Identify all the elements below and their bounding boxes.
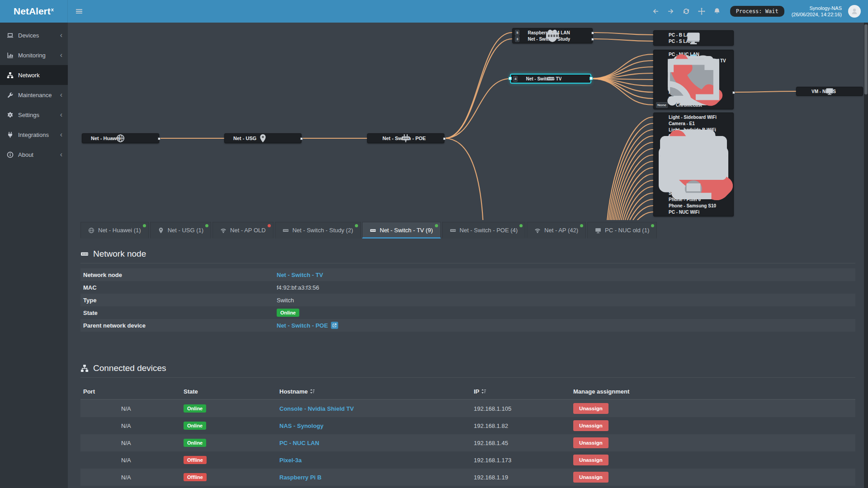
diagram-device-row[interactable]: Net - Huawei — [85, 135, 156, 142]
parent-node-link[interactable]: Net - Switch - POE — [277, 322, 328, 329]
sidebar-item-devices[interactable]: Devices‹ — [0, 25, 68, 45]
plug-icon — [7, 131, 14, 138]
diagram-device-row[interactable]: 4Net - Switch - TV — [513, 75, 588, 82]
avatar[interactable] — [848, 5, 861, 18]
hostname-link[interactable]: Raspberry Pi B — [279, 474, 321, 481]
diagram-device-row[interactable]: 3Net - Switch - Study — [515, 36, 590, 42]
unassign-button[interactable]: Unassign — [573, 403, 609, 414]
unassign-button[interactable]: Unassign — [573, 437, 609, 448]
diagram-device-row[interactable]: VM - NixOS — [799, 88, 860, 94]
sidebar-toggle-button[interactable] — [71, 0, 87, 23]
devices-table-body: N/AOnlineConsole - Nvidia Shield TV192.1… — [80, 400, 855, 486]
status-dot — [268, 224, 271, 227]
cell-ip: 192.168.1.82 — [474, 422, 573, 429]
hostname-link[interactable]: Console - Nvidia Shield TV — [279, 405, 354, 412]
external-link-icon[interactable] — [331, 322, 338, 329]
tab-label: Net - USG (1) — [168, 227, 203, 234]
person-icon — [851, 8, 858, 15]
notifications-button[interactable] — [709, 0, 725, 23]
wrench-icon — [7, 92, 14, 99]
diagram-node-midbox[interactable]: PC - NUC LANConsole - Nvidia Shield TVHu… — [653, 50, 734, 109]
diagram-device-row[interactable]: NoneChromecast — [656, 102, 731, 108]
diagram-node-vm[interactable]: VM - NixOS — [796, 87, 863, 96]
sort-icon[interactable] — [481, 389, 486, 394]
cell-ip: 192.168.1.19 — [474, 474, 573, 481]
section-title-text: Connected devices — [93, 363, 166, 373]
column-header-ip[interactable]: IP — [474, 388, 573, 395]
diagram-device-row[interactable]: PC - NUC WiFi — [656, 209, 731, 215]
diagram-device-row[interactable]: Net - USG — [227, 135, 299, 142]
tab-label: Net - Switch - POE (4) — [460, 227, 518, 234]
state-badge: Offline — [184, 473, 207, 481]
devices-table-header: PortStateHostnameIPManage assignment — [80, 384, 855, 400]
diagram-node-huawei[interactable]: Net - Huawei — [82, 133, 159, 143]
hostname-link[interactable]: NAS - Synology — [279, 422, 324, 429]
connector-port — [300, 137, 303, 140]
network-edge — [444, 39, 512, 138]
sidebar-item-integrations[interactable]: Integrations‹ — [0, 125, 68, 145]
tab-pc-nuc-old-1[interactable]: PC - NUC old (1) — [587, 222, 657, 239]
diagram-node-topbox[interactable]: 5Raspberry Pi 4 LAN3Net - Switch - Study — [512, 28, 593, 43]
tab-net-switch-poe-4[interactable]: Net - Switch - POE (4) — [442, 222, 526, 239]
sidebar-item-maintenance[interactable]: Maintenance‹ — [0, 85, 68, 105]
state-badge: Online — [277, 309, 299, 317]
sidebar-item-label: Integrations — [18, 131, 49, 138]
tab-label: Net - AP (42) — [544, 227, 578, 234]
section-title-text: Network node — [93, 249, 146, 259]
selection-handle[interactable] — [590, 77, 593, 80]
column-header-hostname[interactable]: Hostname — [279, 388, 474, 395]
scrollbar[interactable] — [864, 23, 868, 488]
scrollbar-thumb[interactable] — [864, 24, 868, 94]
unassign-button[interactable]: Unassign — [573, 472, 609, 483]
diagram-node-poe[interactable]: Net - Switch - POE — [367, 133, 444, 143]
laptop-icon — [7, 32, 14, 39]
tab-net-usg-1[interactable]: Net - USG (1) — [150, 222, 211, 239]
tab-net-ap-42[interactable]: Net - AP (42) — [527, 222, 586, 239]
unassign-button[interactable]: Unassign — [573, 455, 609, 465]
chevron-left-icon: ‹ — [60, 111, 62, 118]
info-label: Type — [83, 297, 277, 304]
selection-handle[interactable] — [509, 77, 512, 80]
tab-net-switch-tv-9[interactable]: Net - Switch - TV (9) — [362, 222, 441, 239]
network-edge — [591, 54, 653, 79]
move-button[interactable] — [694, 0, 709, 23]
diagram-device-row[interactable]: Net - Switch - POE — [370, 135, 442, 142]
network-node-link[interactable]: Net - Switch - TV — [277, 272, 323, 278]
info-value: f4:92:bf:a3:f3:56 — [277, 284, 853, 291]
diagram-node-tv[interactable]: 4Net - Switch - TV — [510, 74, 591, 83]
nav-back-button[interactable] — [648, 0, 663, 23]
info-row-parent-network-device: Parent network deviceNet - Switch - POE — [80, 319, 855, 332]
hostname-link[interactable]: PC - NUC LAN — [279, 440, 319, 446]
tab-net-ap-old[interactable]: Net - AP OLD — [212, 222, 274, 239]
eth-icon — [376, 136, 381, 141]
sort-icon[interactable] — [310, 389, 315, 394]
pin-icon — [158, 227, 164, 234]
hostname-link[interactable]: Pixel-3a — [279, 457, 302, 464]
globe-icon — [85, 136, 89, 141]
network-edge — [734, 91, 796, 92]
diagram-node-wifibox[interactable]: Light - Sideboard WiFiCamera - E1Light -… — [653, 113, 734, 216]
connector-port — [591, 32, 594, 34]
nav-forward-button[interactable] — [663, 0, 679, 23]
brand-sup: x — [51, 7, 54, 12]
column-header-state: State — [184, 388, 279, 395]
unassign-button[interactable]: Unassign — [573, 420, 609, 431]
app-logo[interactable]: NetAlertx — [0, 0, 68, 23]
refresh-button[interactable] — [679, 0, 694, 23]
tab-net-switch-study-2[interactable]: Net - Switch - Study (2) — [275, 222, 361, 239]
sidebar-item-about[interactable]: About‹ — [0, 145, 68, 164]
bell-icon — [713, 8, 721, 15]
network-node-section-icon — [80, 250, 89, 258]
sidebar-item-label: Settings — [18, 112, 39, 118]
info-label: Network node — [83, 272, 277, 278]
sidebar-item-network[interactable]: Network — [0, 65, 68, 85]
diagram-device-row[interactable]: PC - S LAN — [656, 38, 731, 44]
sidebar-menu: Devices‹Monitoring‹NetworkMaintenance‹Se… — [0, 25, 68, 164]
status-dot — [143, 224, 146, 227]
sidebar-item-monitoring[interactable]: Monitoring‹ — [0, 45, 68, 65]
diagram-node-usg[interactable]: Net - USG — [224, 133, 302, 143]
network-diagram: Net - HuaweiNet - USGNet - Switch - POE5… — [68, 23, 868, 220]
sidebar-item-settings[interactable]: Settings‹ — [0, 105, 68, 125]
diagram-node-pcbs[interactable]: PC - B LANPC - S LAN — [653, 30, 734, 46]
tab-net-huawei-1[interactable]: Net - Huawei (1) — [80, 222, 149, 239]
